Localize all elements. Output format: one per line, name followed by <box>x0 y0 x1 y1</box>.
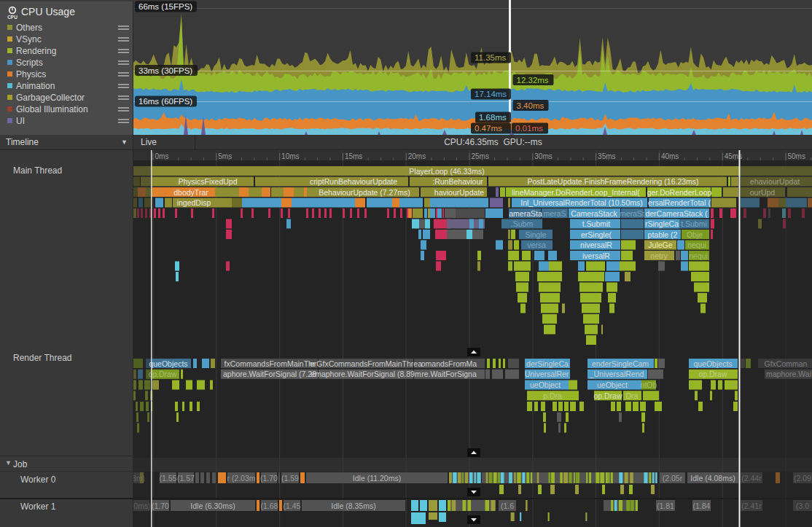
svg-text:33ms (30FPS): 33ms (30FPS) <box>138 66 192 75</box>
svg-text:12.32ms: 12.32ms <box>517 76 549 85</box>
svg-text:PhysicsFixedUpd: PhysicsFixedUpd <box>178 177 237 186</box>
svg-text:Inl_UniversalRenderTotal (10.5: Inl_UniversalRenderTotal (10.50ms) <box>520 198 643 207</box>
svg-text:derCameraStack (: derCameraStack ( <box>645 209 708 218</box>
svg-text:fxCommandsFromMainThr: fxCommandsFromMainThr <box>225 359 316 368</box>
svg-text:dbodyTrar: dbodyTrar <box>173 188 208 197</box>
svg-text:10ms: 10ms <box>281 152 299 160</box>
svg-text:16ms (60FPS): 16ms (60FPS) <box>138 97 192 106</box>
svg-text:derSingleCa: derSingleCa <box>526 359 569 368</box>
svg-text:GfxComman: GfxComman <box>765 359 808 368</box>
svg-text:t.Submit: t.Submit <box>582 219 611 228</box>
svg-text:(1.57: (1.57 <box>177 474 195 483</box>
svg-text:11.35ms: 11.35ms <box>475 53 507 62</box>
svg-text:enderSingleCam: enderSingleCam <box>592 359 649 368</box>
svg-text:ersalRenderTotal (: ersalRenderTotal ( <box>648 198 711 207</box>
svg-text:(1.68: (1.68 <box>261 501 278 510</box>
svg-text:r (2.03m: r (2.03m <box>227 474 255 483</box>
svg-text:re.WaitForSigna: re.WaitForSigna <box>421 370 477 378</box>
svg-text:ger.DoRenderLoop: ger.DoRenderLoop <box>647 188 712 197</box>
svg-text:erSingle(: erSingle( <box>581 230 612 239</box>
svg-text:queObjects: queObjects <box>149 359 187 368</box>
svg-text:p.Dra: p.Dra <box>543 391 562 400</box>
svg-text:ourUpd: ourUpd <box>750 188 776 197</box>
svg-text:BehaviourUpdate (7.27ms): BehaviourUpdate (7.27ms) <box>319 188 410 197</box>
svg-text:_UniversalRend: _UniversalRend <box>589 370 644 378</box>
svg-text:versa: versa <box>527 241 546 249</box>
svg-text:Idle (4.08ms): Idle (4.08ms) <box>690 474 735 483</box>
svg-text:0ms): 0ms) <box>133 501 150 510</box>
svg-text:t.Submi: t.Submi <box>681 219 707 228</box>
svg-text:haviourUpdate: haviourUpdate <box>434 188 484 197</box>
svg-text:Dra: Dra <box>626 391 639 400</box>
svg-text:(2.41r: (2.41r <box>741 501 762 510</box>
svg-text:(1.84: (1.84 <box>693 501 711 510</box>
svg-text:niversalR: niversalR <box>580 241 612 249</box>
svg-text:50ms: 50ms <box>788 152 805 160</box>
svg-text:(1.70: (1.70 <box>152 501 169 510</box>
svg-text:25ms: 25ms <box>472 152 489 160</box>
svg-text:0.47ms: 0.47ms <box>475 124 502 133</box>
svg-text:ehaviourUpdat: ehaviourUpdat <box>750 177 800 186</box>
svg-text:CPU: CPU <box>7 15 17 20</box>
svg-text:66ms (15FPS): 66ms (15FPS) <box>138 2 192 11</box>
svg-text:(1.70: (1.70 <box>260 474 278 483</box>
svg-text:aphore.WaitForSignal (7.28: aphore.WaitForSignal (7.28 <box>223 370 316 378</box>
svg-text:lineManager.DoRenderLoop_Inter: lineManager.DoRenderLoop_Internal( <box>512 188 640 197</box>
svg-text:8m): 8m) <box>133 474 145 483</box>
svg-text:ueObject: ueObject <box>530 380 561 389</box>
svg-text:20ms: 20ms <box>408 152 426 160</box>
svg-text:Idle (6.30ms): Idle (6.30ms) <box>190 501 235 510</box>
svg-text:(2.05r: (2.05r <box>663 474 683 483</box>
svg-text:(3.0: (3.0 <box>796 501 809 510</box>
svg-text:(1.6: (1.6 <box>501 501 514 510</box>
svg-text:meraS: meraS <box>544 209 566 218</box>
svg-text:5ms: 5ms <box>218 152 232 160</box>
svg-text:0.01ms: 0.01ms <box>515 124 543 133</box>
svg-text:15ms: 15ms <box>345 152 362 160</box>
svg-text:(2.09: (2.09 <box>794 474 811 483</box>
svg-text:op.Draw: op.Draw <box>148 370 177 378</box>
svg-text:iversalR: iversalR <box>582 251 610 260</box>
svg-text:3.40ms: 3.40ms <box>517 101 544 110</box>
svg-text:40ms: 40ms <box>661 152 679 160</box>
svg-text:omandsFromMa: omandsFromMa <box>421 359 477 368</box>
svg-text:30ms: 30ms <box>534 152 552 160</box>
svg-text:ntOb: ntOb <box>641 380 657 389</box>
svg-text:(1.59: (1.59 <box>281 474 299 483</box>
svg-text:0ms: 0ms <box>155 152 169 160</box>
svg-text:Idle (11.20ms): Idle (11.20ms) <box>353 474 401 483</box>
svg-text:Single: Single <box>525 230 546 239</box>
svg-text:(1.81: (1.81 <box>657 501 674 510</box>
svg-text::RunBehaviour: :RunBehaviour <box>432 177 483 186</box>
svg-text:nequi: nequi <box>689 251 708 260</box>
svg-text:JuleGe: JuleGe <box>648 241 672 249</box>
svg-text:ueObject: ueObject <box>597 380 628 389</box>
svg-text:op.Draw: op.Draw <box>593 391 622 400</box>
svg-text:(2.44r: (2.44r <box>741 474 762 483</box>
svg-text:rSingleCa: rSingleCa <box>645 219 679 228</box>
svg-text:PostLateUpdate.FinishFrameRend: PostLateUpdate.FinishFrameRendering (16.… <box>527 177 698 186</box>
svg-text:.Subm: .Subm <box>511 219 534 228</box>
svg-text:queObjects: queObjects <box>693 359 732 368</box>
svg-text:op.Draw: op.Draw <box>698 370 727 378</box>
svg-text:nequi: nequi <box>687 241 706 249</box>
svg-text:ameraSta: ameraSta <box>509 209 542 218</box>
svg-text:erGfxCommandsFromMainThrea: erGfxCommandsFromMainThrea <box>310 359 422 368</box>
svg-text:1.68ms: 1.68ms <box>479 113 507 122</box>
svg-text:meraSt: meraSt <box>620 209 644 218</box>
svg-text:(1.45: (1.45 <box>284 501 301 510</box>
svg-text:CameraStack: CameraStack <box>571 209 617 218</box>
svg-text:ingedDisp: ingedDisp <box>177 198 211 207</box>
svg-text:UniversalRer: UniversalRer <box>525 370 569 378</box>
svg-text:(1.55: (1.55 <box>160 474 177 483</box>
svg-text:emaphore.WaitForSignal (8.89m: emaphore.WaitForSignal (8.89m <box>311 370 421 378</box>
svg-text:maphore.Wai: maphore.Wai <box>766 370 811 378</box>
svg-text:35ms: 35ms <box>598 152 615 160</box>
svg-text:17.14ms: 17.14ms <box>475 90 507 98</box>
svg-text:ptable (2: ptable (2 <box>648 230 678 239</box>
svg-text:netry: netry <box>650 251 668 260</box>
svg-text:criptRunBehaviourUpdate: criptRunBehaviourUpdate <box>310 177 397 186</box>
svg-text:PlayerLoop (46.33ms): PlayerLoop (46.33ms) <box>409 167 484 176</box>
svg-text:Idle (8.35ms): Idle (8.35ms) <box>331 501 375 510</box>
svg-text:Obje: Obje <box>687 230 703 239</box>
